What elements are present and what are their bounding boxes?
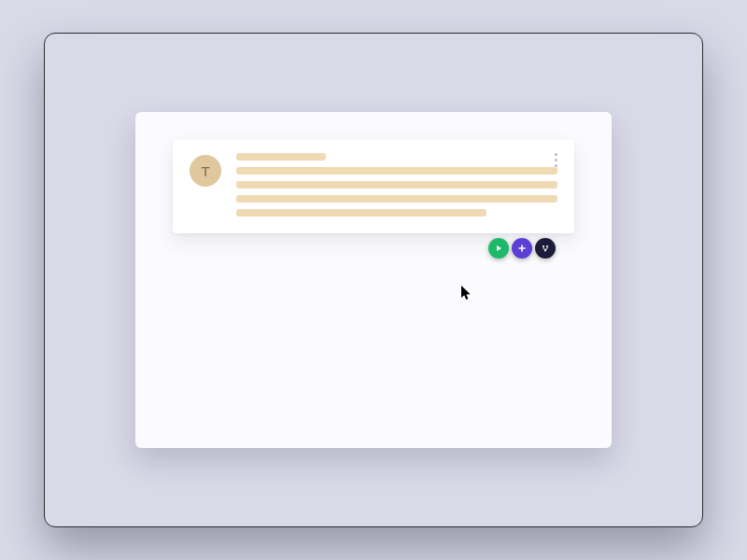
more-vertical-icon [555,164,557,167]
text-line [236,209,486,217]
title-placeholder [236,153,326,161]
card-actions [488,238,556,259]
branch-icon [541,244,550,253]
text-line [236,195,557,203]
branch-button[interactable] [535,238,556,259]
text-line [236,167,557,175]
app-window: T [135,112,612,448]
play-button[interactable] [488,238,509,259]
avatar-initial: T [201,163,209,179]
more-vertical-icon [555,153,557,156]
avatar: T [190,155,221,187]
cursor-icon [460,285,473,301]
plus-icon [517,244,527,253]
text-line [236,181,557,189]
card-body: T [190,153,557,217]
more-vertical-icon [555,159,557,161]
message-card: T [173,140,574,233]
message-lines [236,153,557,217]
outer-frame: T [44,33,703,527]
play-icon [494,244,503,253]
svg-point-1 [546,245,548,247]
kebab-menu-button[interactable] [551,149,561,171]
add-button[interactable] [512,238,532,259]
svg-point-0 [543,245,544,247]
